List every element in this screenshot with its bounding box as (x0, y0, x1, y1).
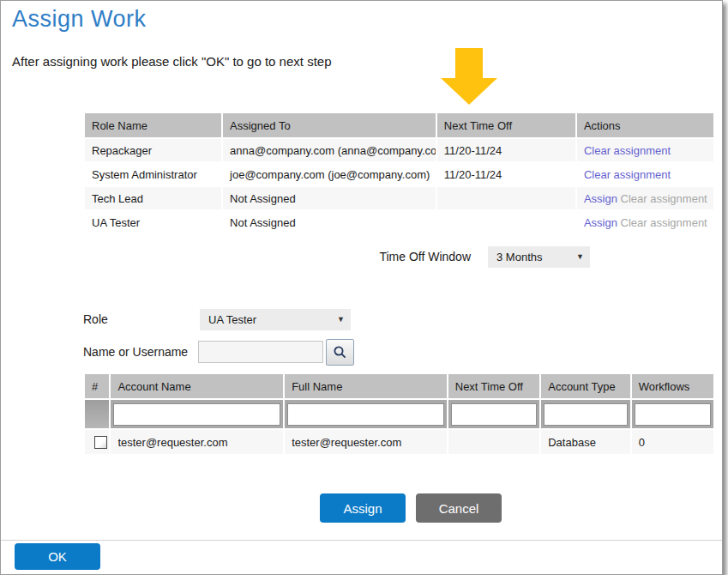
next-time-off-cell (437, 211, 575, 233)
clear-assignment-disabled-label: Clear assignment (621, 216, 707, 229)
workflows-filter-input[interactable] (635, 403, 711, 426)
arrow-stem (455, 48, 483, 78)
role-assignments-table: Role Name Assigned To Next Time Off Acti… (83, 112, 715, 235)
next-time-off-cell: 11/20-11/24 (437, 139, 575, 161)
role-dropdown[interactable]: UA Tester ▼ (200, 309, 351, 330)
role-name-cell: System Administrator (85, 163, 221, 185)
assigned-to-cell: Not Assigned (223, 211, 436, 233)
footer-divider (1, 540, 722, 541)
role-name-cell: Tech Lead (85, 187, 221, 209)
col-header-assigned-to: Assigned To (223, 113, 436, 137)
account-type-filter-input[interactable] (544, 403, 627, 426)
assign-link[interactable]: Assign (584, 216, 617, 229)
account-name-filter-input[interactable] (113, 403, 280, 426)
select-cell (85, 430, 109, 454)
attention-down-arrow-icon (441, 48, 497, 104)
workflows-cell: 0 (632, 430, 713, 454)
assign-button[interactable]: Assign (320, 493, 406, 523)
table-row: Tech Lead Not Assigned Assign Clear assi… (85, 187, 713, 209)
next-time-off-cell: 11/20-11/24 (437, 163, 575, 185)
table-row: UA Tester Not Assigned Assign Clear assi… (85, 211, 713, 233)
role-name-cell: UA Tester (85, 211, 221, 233)
assign-work-page: Assign Work After assigning work please … (0, 0, 723, 575)
next-time-off-cell (448, 430, 539, 454)
actions-cell: Clear assignment (577, 139, 713, 161)
time-off-window-value: 3 Months (496, 251, 542, 263)
full-name-filter-input[interactable] (287, 403, 444, 426)
table-row: Repackager anna@company.com (anna@compan… (85, 139, 713, 161)
table-header-row: # Account Name Full Name Next Time Off A… (85, 374, 713, 398)
cancel-button[interactable]: Cancel (416, 493, 502, 523)
name-or-username-label: Name or Username (83, 345, 188, 359)
filter-cell (111, 400, 283, 428)
role-value: UA Tester (208, 313, 256, 326)
row-checkbox[interactable] (94, 436, 107, 449)
ok-button[interactable]: OK (15, 543, 100, 570)
col-header-full-name: Full Name (285, 374, 447, 398)
actions-cell: Assign Clear assignment (577, 211, 713, 233)
filter-cell (632, 400, 713, 428)
table-row: System Administrator joe@company.com (jo… (85, 163, 713, 185)
instruction-text: After assigning work please click "OK" t… (12, 54, 332, 69)
account-name-cell: tester@requester.com (111, 430, 283, 454)
next-time-off-cell (437, 187, 575, 209)
full-name-cell: tester@requester.com (285, 430, 447, 454)
chevron-down-icon: ▼ (576, 246, 584, 268)
chevron-down-icon: ▼ (337, 309, 345, 330)
role-name-cell: Repackager (85, 139, 221, 161)
clear-assignment-link[interactable]: Clear assignment (584, 144, 671, 157)
time-off-window-label: Time Off Window (344, 250, 471, 263)
filter-cell (285, 400, 447, 428)
page-title: Assign Work (12, 6, 147, 33)
filter-cell (448, 400, 539, 428)
magnifier-icon (333, 345, 347, 360)
role-label: Role (83, 312, 108, 326)
filter-row (85, 400, 713, 428)
filter-hash-cell (85, 400, 109, 428)
clear-assignment-disabled-label: Clear assignment (621, 192, 707, 205)
col-header-next-time-off: Next Time Off (448, 374, 539, 398)
col-header-workflows: Workflows (632, 374, 713, 398)
table-row: tester@requester.com tester@requester.co… (85, 430, 713, 454)
accounts-table: # Account Name Full Name Next Time Off A… (83, 372, 715, 456)
account-type-cell: Database (541, 430, 629, 454)
assigned-to-cell: Not Assigned (223, 187, 436, 209)
arrow-head (441, 78, 497, 105)
col-header-hash: # (85, 374, 109, 398)
col-header-account-type: Account Type (541, 374, 629, 398)
filter-cell (541, 400, 629, 428)
col-header-actions: Actions (577, 113, 713, 137)
assigned-to-cell: joe@company.com (joe@company.com) (223, 163, 436, 185)
assigned-to-cell: anna@company.com (anna@company.com) (223, 139, 436, 161)
name-or-username-input[interactable] (198, 341, 323, 363)
next-time-off-filter-input[interactable] (451, 403, 537, 426)
time-off-window-dropdown[interactable]: 3 Months ▼ (488, 246, 590, 268)
col-header-next-time-off: Next Time Off (437, 113, 575, 137)
actions-cell: Clear assignment (577, 163, 713, 185)
table-header-row: Role Name Assigned To Next Time Off Acti… (85, 113, 713, 137)
clear-assignment-link[interactable]: Clear assignment (584, 168, 671, 181)
col-header-role-name: Role Name (85, 113, 221, 137)
actions-cell: Assign Clear assignment (577, 187, 713, 209)
assign-link[interactable]: Assign (584, 192, 617, 205)
search-button[interactable] (326, 339, 354, 366)
col-header-account-name: Account Name (111, 374, 283, 398)
